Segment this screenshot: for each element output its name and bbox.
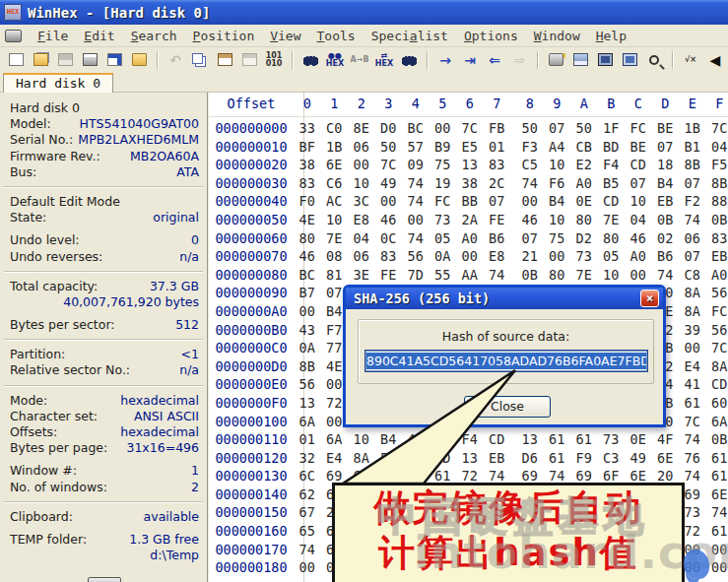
hex-byte[interactable]: B4 xyxy=(544,192,571,211)
hex-byte[interactable]: 07 xyxy=(484,192,511,211)
hex-byte[interactable]: 61 xyxy=(679,394,706,413)
hex-byte[interactable]: 00 xyxy=(706,558,728,577)
hex-byte[interactable]: 73 xyxy=(430,211,457,229)
hex-byte[interactable]: 41 xyxy=(679,375,706,394)
hex-byte[interactable]: 62 xyxy=(294,485,321,504)
hex-byte[interactable]: B4 xyxy=(375,430,403,449)
hex-byte[interactable]: EB xyxy=(484,449,511,468)
hex-byte[interactable]: 6C xyxy=(294,467,321,485)
hex-byte[interactable]: A0 xyxy=(570,174,598,193)
hex-byte[interactable]: CD xyxy=(430,449,457,468)
hex-byte[interactable]: FE xyxy=(484,211,511,229)
hex-byte[interactable]: E4 xyxy=(679,357,706,376)
hex-byte[interactable]: 46 xyxy=(625,229,652,248)
hex-byte[interactable]: 50 xyxy=(570,119,598,138)
hex-byte[interactable]: C6 xyxy=(321,174,349,193)
hex-byte[interactable]: E5 xyxy=(456,138,484,157)
hex-byte[interactable]: 42 xyxy=(402,430,430,449)
hex-byte[interactable]: 61 xyxy=(706,522,728,541)
hex-byte[interactable]: F6 xyxy=(544,174,571,193)
new-file-button[interactable] xyxy=(4,49,28,71)
undo-button[interactable]: ↶ xyxy=(164,49,187,71)
find-text-button[interactable] xyxy=(298,49,322,71)
close-button[interactable]: Close xyxy=(464,396,551,418)
hex-byte[interactable]: 8E xyxy=(348,119,375,138)
open-file-button[interactable] xyxy=(29,49,52,71)
hex-byte[interactable]: 74 xyxy=(679,430,706,449)
hex-byte[interactable]: 07 xyxy=(679,174,706,193)
hex-byte[interactable]: B6 xyxy=(652,247,680,266)
hex-byte[interactable]: 7E xyxy=(570,266,598,285)
hex-byte[interactable]: 0B xyxy=(652,211,680,229)
hex-byte[interactable]: 49 xyxy=(625,449,652,468)
hex-byte[interactable]: 13 xyxy=(516,430,544,449)
hex-byte[interactable]: 7C xyxy=(456,119,484,138)
hex-byte[interactable]: 06 xyxy=(348,138,375,157)
hex-byte[interactable]: 7C xyxy=(375,156,403,174)
hex-byte[interactable]: 55 xyxy=(430,266,457,285)
forward-button[interactable]: ⇒ xyxy=(507,49,531,71)
hex-byte[interactable]: 74 xyxy=(402,192,430,211)
hex-byte[interactable]: EB xyxy=(652,192,680,211)
hex-byte[interactable]: 10 xyxy=(544,211,571,229)
hex-byte[interactable]: 07 xyxy=(544,119,571,138)
hex-byte[interactable]: 88 xyxy=(706,192,728,211)
hex-byte[interactable]: 60 xyxy=(706,394,728,413)
hex-byte[interactable]: FC xyxy=(625,119,652,138)
hex-byte[interactable]: 1B xyxy=(679,119,706,138)
hex-byte[interactable]: 01 xyxy=(484,138,511,157)
hex-byte[interactable]: 8A xyxy=(706,357,728,376)
menu-help[interactable]: Help xyxy=(588,27,634,45)
hex-byte[interactable]: 83 xyxy=(375,247,403,266)
hex-byte[interactable]: 8B xyxy=(706,174,728,193)
hex-byte[interactable]: E2 xyxy=(570,156,598,174)
menu-tools[interactable]: Tools xyxy=(309,27,364,45)
hex-byte[interactable]: E8 xyxy=(348,211,375,229)
hex-byte[interactable]: 74 xyxy=(402,174,430,193)
hex-byte[interactable]: 81 xyxy=(321,266,349,285)
hex-byte[interactable]: 0B xyxy=(516,266,544,285)
hex-byte[interactable]: 39 xyxy=(679,321,706,340)
hex-byte[interactable]: E4 xyxy=(321,449,349,468)
hex-byte[interactable]: 06 xyxy=(679,229,706,248)
hex-byte[interactable]: 8A xyxy=(348,449,375,468)
hex-byte[interactable]: 0E xyxy=(625,430,652,449)
hex-byte[interactable]: CD xyxy=(484,430,511,449)
hex-byte[interactable]: 00 xyxy=(402,449,430,468)
hex-byte[interactable]: CD xyxy=(625,156,652,174)
hex-byte[interactable]: 6A xyxy=(294,413,321,431)
hex-byte[interactable]: 10 xyxy=(598,266,626,285)
menu-search[interactable]: Search xyxy=(123,27,185,45)
save-button[interactable] xyxy=(53,49,77,71)
hex-byte[interactable]: 13 xyxy=(456,449,484,468)
hex-byte[interactable]: 73 xyxy=(598,430,626,449)
hex-byte[interactable]: 8B xyxy=(294,357,321,376)
hex-byte[interactable]: B1 xyxy=(679,138,706,157)
hex-byte[interactable]: 00 xyxy=(294,302,321,321)
hex-byte[interactable]: 6A xyxy=(321,430,349,449)
replace-text-button[interactable]: A→B xyxy=(348,49,371,71)
hex-byte[interactable]: 7D xyxy=(402,266,430,285)
hex-byte[interactable]: 74 xyxy=(516,174,544,193)
hex-byte[interactable]: BC xyxy=(402,119,430,138)
directory-browser-button[interactable] xyxy=(618,49,641,71)
hex-byte[interactable]: 8B xyxy=(430,430,457,449)
hex-byte[interactable]: FB xyxy=(484,119,511,138)
hex-byte[interactable]: 0A xyxy=(430,247,457,266)
hex-byte[interactable]: 00 xyxy=(402,211,430,229)
hex-byte[interactable]: 00 xyxy=(625,266,652,285)
hex-byte[interactable]: 19 xyxy=(430,174,457,193)
hex-byte[interactable]: 2C xyxy=(484,174,511,193)
hex-byte[interactable]: AA xyxy=(456,266,484,285)
hex-byte[interactable]: BE xyxy=(625,138,652,157)
hex-byte[interactable]: B7 xyxy=(294,284,321,302)
title-bar[interactable]: HEX WinHex - [Hard disk 0] xyxy=(0,0,728,25)
hex-byte[interactable]: 10 xyxy=(321,211,349,229)
hex-byte[interactable]: 7E xyxy=(598,211,626,229)
hex-byte[interactable]: 00 xyxy=(544,247,571,266)
hex-byte[interactable]: 56 xyxy=(294,375,321,394)
hex-byte[interactable]: 83 xyxy=(706,229,728,248)
hex-byte[interactable]: 2A xyxy=(456,211,484,229)
hex-byte[interactable]: F0 xyxy=(294,192,321,211)
hex-byte[interactable]: 74 xyxy=(402,229,430,248)
